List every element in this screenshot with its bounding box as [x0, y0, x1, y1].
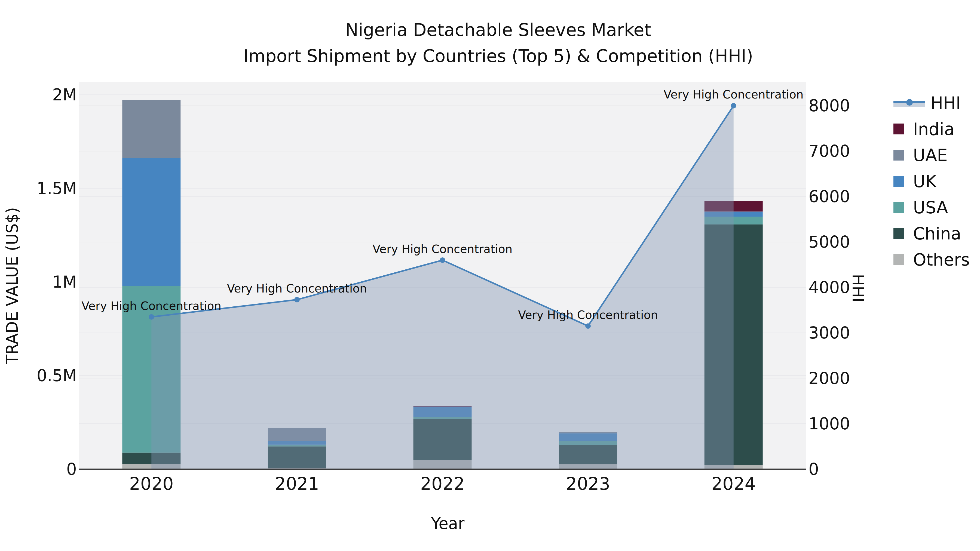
y-right-tick-8000: 8000 [808, 96, 850, 115]
legend-label-uk: UK [913, 171, 937, 191]
hhi-annotation-2022: Very High Concentration [373, 243, 512, 256]
hhi-marker-2022 [440, 257, 445, 263]
legend-swatch-india [893, 124, 904, 134]
legend-item-usa: USA [893, 194, 970, 221]
x-tick-2020: 2020 [129, 474, 174, 494]
legend-item-uae: UAE [893, 142, 970, 168]
hhi-marker-2021 [294, 297, 300, 302]
legend-label-india: India [913, 119, 955, 139]
legend-item-hhi: HHI [893, 90, 970, 116]
y-left-tick-1M: 1M [52, 272, 77, 291]
legend-swatch-china [893, 228, 904, 239]
legend-hhi-line-icon [893, 99, 925, 106]
hhi-marker-2020 [149, 314, 154, 320]
legend-item-others: Others [893, 246, 970, 273]
x-tick-2024: 2024 [711, 474, 756, 494]
hhi-annotation-2024: Very High Concentration [664, 88, 803, 101]
legend-label-usa: USA [913, 197, 948, 218]
legend-item-china: China [893, 221, 970, 246]
legend-label-china: China [913, 224, 961, 243]
legend-item-india: India [893, 116, 970, 142]
legend-swatch-usa [893, 202, 904, 213]
y-right-tick-0: 0 [808, 460, 819, 479]
bar-segment-uk-2020 [122, 158, 180, 286]
y-right-tick-6000: 6000 [808, 187, 850, 206]
y-right-tick-5000: 5000 [808, 232, 850, 251]
y-right-tick-1000: 1000 [808, 414, 850, 433]
hhi-marker-2023 [585, 323, 591, 329]
y-axis-label-left: TRADE VALUE (US$) [3, 204, 22, 367]
hhi-annotation-2021: Very High Concentration [227, 282, 367, 295]
y-left-tick-0: 0 [67, 460, 77, 479]
y-left-tick-2M: 2M [52, 85, 77, 104]
x-tick-2021: 2021 [275, 474, 319, 494]
y-axis-label-right: HHI [849, 206, 867, 370]
chart-title-line2: Import Shipment by Countries (Top 5) & C… [16, 43, 980, 69]
y-right-tick-7000: 7000 [808, 141, 850, 160]
legend-swatch-uk [893, 176, 904, 187]
bar-segment-uae-2020 [122, 100, 180, 158]
legend-swatch-uae [893, 150, 904, 160]
y-right-tick-3000: 3000 [808, 323, 850, 342]
hhi-annotation-2023: Very High Concentration [518, 308, 658, 322]
legend-label-hhi: HHI [931, 93, 961, 113]
figure: Very High ConcentrationVery High Concent… [0, 0, 980, 551]
legend-label-others: Others [913, 250, 970, 270]
y-right-tick-2000: 2000 [808, 369, 850, 388]
hhi-marker-2024 [731, 103, 737, 108]
hhi-annotation-2020: Very High Concentration [81, 299, 221, 313]
x-axis-label: Year [401, 514, 494, 533]
y-left-tick-1.5M: 1.5M [37, 179, 77, 198]
legend: HHIIndiaUAEUKUSAChinaOthers [893, 90, 970, 273]
chart-title-line1: Nigeria Detachable Sleeves Market [16, 17, 980, 43]
y-right-tick-4000: 4000 [808, 278, 850, 297]
x-tick-2022: 2022 [420, 474, 465, 494]
legend-swatch-others [893, 254, 904, 265]
chart-title: Nigeria Detachable Sleeves Market Import… [16, 17, 980, 69]
chart-plot-area: Very High ConcentrationVery High Concent… [0, 0, 980, 551]
y-left-tick-0.5M: 0.5M [37, 366, 77, 385]
x-tick-2023: 2023 [566, 474, 610, 494]
legend-item-uk: UK [893, 168, 970, 194]
legend-label-uae: UAE [913, 145, 948, 165]
